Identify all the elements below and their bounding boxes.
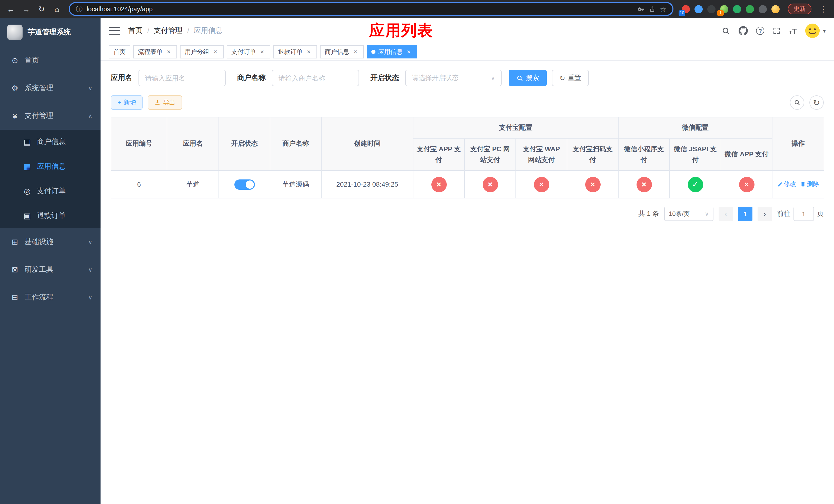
tag-home[interactable]: 首页 — [109, 45, 130, 59]
extension-icon-5[interactable] — [733, 5, 741, 13]
next-page-button[interactable]: › — [758, 207, 772, 221]
home-icon[interactable]: ⌂ — [51, 5, 63, 13]
extension-icon-6[interactable] — [746, 5, 754, 13]
edit-link[interactable]: 修改 — [777, 180, 796, 189]
sidebar-item-pay-orders[interactable]: ◎ 支付订单 — [0, 179, 101, 204]
sidebar-item-label: 支付管理 — [25, 111, 53, 120]
page-size-select[interactable]: 10条/页 ∨ — [664, 207, 714, 221]
goto-page: 前往 页 — [777, 207, 824, 221]
sidebar-item-system[interactable]: ⚙ 系统管理 ∨ — [0, 74, 101, 102]
breadcrumb-separator: / — [147, 27, 149, 35]
extension-icon-1[interactable]: 10 — [682, 5, 690, 13]
sidebar-toggle-icon[interactable] — [109, 27, 120, 35]
tag-app-info[interactable]: 应用信息 × — [367, 45, 417, 59]
breadcrumb-home[interactable]: 首页 — [128, 26, 142, 36]
col-wechat-mini: 微信小程序支付 — [618, 139, 670, 170]
share-icon[interactable] — [649, 6, 656, 12]
page-content: 应用名 商户名称 开启状态 请选择开启状态 ∨ 搜索 ↻ 重 — [101, 61, 834, 504]
tag-label: 退款订单 — [278, 47, 303, 56]
page-size-value: 10条/页 — [669, 209, 705, 218]
tag-user-group[interactable]: 用户分组 × — [180, 45, 224, 59]
close-icon[interactable]: × — [165, 48, 172, 55]
pagination: 共 1 条 10条/页 ∨ ‹ 1 › 前往 页 — [111, 207, 824, 221]
extension-icon-2[interactable] — [695, 5, 703, 13]
prev-page-button[interactable]: ‹ — [719, 207, 733, 221]
close-icon[interactable]: × — [212, 48, 219, 55]
col-wechat-app: 微信 APP 支付 — [721, 139, 772, 170]
extension-icon-8[interactable] — [771, 5, 780, 13]
sidebar-item-refund-orders[interactable]: ▣ 退款订单 — [0, 204, 101, 228]
github-icon[interactable] — [739, 26, 748, 36]
page-unit-label: 页 — [817, 209, 824, 219]
fullscreen-icon[interactable] — [772, 27, 781, 35]
goto-page-input[interactable] — [793, 207, 814, 221]
col-status: 开启状态 — [219, 117, 270, 170]
user-menu[interactable]: ▾ — [805, 23, 826, 39]
merchant-name-input[interactable] — [272, 70, 359, 86]
table-header: 应用编号 应用名 开启状态 商户名称 创建时间 支付宝配置 微信配置 操作 支付… — [111, 117, 824, 170]
reload-icon[interactable]: ↻ — [36, 4, 47, 14]
browser-toolbar: ← → ↻ ⌂ ⓘ localhost:1024/pay/app ☆ 10 1 — [0, 0, 834, 18]
infrastructure-icon: ⊞ — [9, 237, 21, 247]
search-icon[interactable] — [722, 26, 730, 35]
tag-label: 支付订单 — [231, 47, 256, 56]
password-key-icon[interactable] — [638, 5, 645, 13]
search-button[interactable]: 搜索 — [509, 70, 547, 86]
forward-icon[interactable]: → — [21, 5, 32, 13]
add-button[interactable]: + 新增 — [111, 95, 142, 110]
browser-menu-icon[interactable]: ⋮ — [818, 4, 829, 14]
sidebar-item-label: 支付订单 — [37, 187, 66, 196]
reset-button[interactable]: ↻ 重置 — [552, 70, 589, 86]
wechat-app-status-icon: × — [739, 177, 754, 192]
close-icon[interactable]: × — [259, 48, 266, 55]
close-icon[interactable]: × — [305, 48, 312, 55]
chevron-down-icon: ∨ — [88, 266, 92, 273]
col-alipay-wap: 支付宝 WAP 网站支付 — [516, 139, 567, 170]
toggle-search-icon[interactable] — [790, 95, 804, 110]
close-icon[interactable]: × — [405, 48, 412, 55]
col-alipay-pc: 支付宝 PC 网站支付 — [464, 139, 516, 170]
extension-icon-7[interactable] — [759, 5, 767, 13]
close-icon[interactable]: × — [352, 48, 359, 55]
cell-app-name: 芋道 — [167, 170, 219, 198]
export-button[interactable]: 导出 — [148, 95, 182, 110]
alipay-wap-status-icon: × — [534, 177, 549, 192]
sidebar-item-home[interactable]: ⊙ 首页 — [0, 47, 101, 74]
status-toggle[interactable] — [234, 179, 255, 189]
app-name-input[interactable] — [138, 70, 226, 86]
url-text[interactable]: localhost:1024/pay/app — [87, 5, 634, 13]
tag-process-form[interactable]: 流程表单 × — [133, 45, 177, 59]
delete-link-label: 删除 — [807, 180, 819, 189]
col-actions: 操作 — [772, 117, 824, 170]
status-select[interactable]: 请选择开启状态 ∨ — [405, 70, 502, 86]
main-area: 首页 / 支付管理 / 应用信息 应用列表 ? — [101, 18, 834, 504]
breadcrumb-current: 应用信息 — [194, 26, 223, 36]
page-header: 首页 / 支付管理 / 应用信息 应用列表 ? — [101, 18, 834, 44]
help-icon[interactable]: ? — [756, 27, 764, 35]
refresh-table-icon[interactable]: ↻ — [809, 95, 824, 110]
sidebar-item-merchant-info[interactable]: ▤ 商户信息 — [0, 130, 101, 154]
site-info-icon[interactable]: ⓘ — [76, 4, 83, 14]
tag-pay-orders[interactable]: 支付订单 × — [227, 45, 270, 59]
sidebar-item-infrastructure[interactable]: ⊞ 基础设施 ∨ — [0, 228, 101, 256]
font-size-icon[interactable]: TT — [789, 26, 797, 35]
sidebar-item-label: 退款订单 — [37, 211, 66, 221]
cell-alipay-pc: × — [464, 170, 516, 198]
delete-link[interactable]: 删除 — [800, 180, 819, 189]
page-1-button[interactable]: 1 — [738, 207, 752, 221]
tag-refund-orders[interactable]: 退款订单 × — [273, 45, 317, 59]
sidebar-item-app-info[interactable]: ▦ 应用信息 — [0, 154, 101, 179]
sidebar-item-payment[interactable]: ¥ 支付管理 ∧ — [0, 102, 101, 130]
extension-icon-3[interactable] — [707, 5, 716, 13]
cell-wechat-mini: × — [618, 170, 670, 198]
back-icon[interactable]: ← — [5, 5, 16, 13]
browser-update-button[interactable]: 更新 — [788, 4, 811, 14]
bookmark-star-icon[interactable]: ☆ — [660, 5, 666, 13]
address-bar[interactable]: ⓘ localhost:1024/pay/app ☆ — [69, 2, 674, 16]
app-logo: 芋道管理系统 — [0, 18, 101, 47]
sidebar-item-workflow[interactable]: ⊟ 工作流程 ∨ — [0, 283, 101, 311]
extension-icon-4[interactable]: 1 — [720, 5, 728, 13]
breadcrumb-payment[interactable]: 支付管理 — [154, 26, 182, 36]
tag-merchant-info[interactable]: 商户信息 × — [320, 45, 364, 59]
sidebar-item-dev-tools[interactable]: ⊠ 研发工具 ∨ — [0, 256, 101, 283]
